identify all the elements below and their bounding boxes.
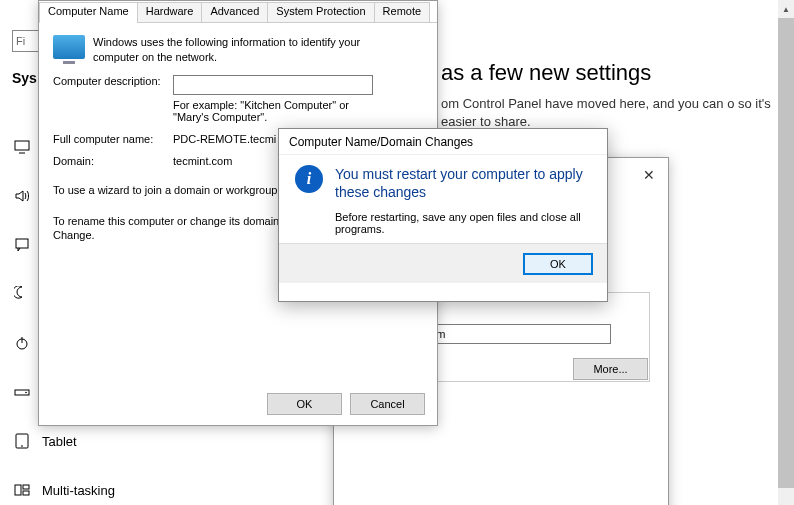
multitask-icon bbox=[14, 482, 30, 498]
sidebar-heading: Sys bbox=[12, 70, 37, 86]
tab-remote[interactable]: Remote bbox=[374, 2, 431, 23]
sysprop-intro: Windows uses the following information t… bbox=[93, 35, 393, 65]
sidebar-item-multitask[interactable]: Multi-tasking bbox=[14, 480, 115, 500]
svg-rect-5 bbox=[15, 390, 29, 395]
tab-computer-name[interactable]: Computer Name bbox=[39, 2, 138, 23]
tablet-icon bbox=[14, 433, 30, 449]
sidebar-item-power[interactable] bbox=[14, 333, 30, 353]
computer-description-input[interactable] bbox=[173, 75, 373, 95]
domain-label: Domain: bbox=[53, 155, 173, 167]
sidebar-item-focus[interactable] bbox=[14, 284, 30, 304]
page-heading: as a few new settings bbox=[441, 60, 651, 86]
fullname-label: Full computer name: bbox=[53, 133, 173, 145]
storage-icon bbox=[14, 384, 30, 400]
display-icon bbox=[14, 139, 30, 155]
power-icon bbox=[14, 335, 30, 351]
restart-required-dialog: Computer Name/Domain Changes i You must … bbox=[278, 128, 608, 302]
sound-icon bbox=[14, 188, 30, 204]
sidebar-item-label: Multi-tasking bbox=[42, 483, 115, 498]
tab-hardware[interactable]: Hardware bbox=[137, 2, 203, 23]
svg-rect-9 bbox=[15, 485, 21, 495]
svg-rect-11 bbox=[23, 491, 29, 495]
svg-point-6 bbox=[25, 392, 27, 394]
sysprop-cancel-button[interactable]: Cancel bbox=[350, 393, 425, 415]
find-setting-input[interactable]: Fi bbox=[12, 30, 40, 52]
vertical-scrollbar[interactable]: ▲ bbox=[778, 0, 794, 505]
close-icon[interactable]: ✕ bbox=[636, 164, 662, 186]
modal-title: Computer Name/Domain Changes bbox=[279, 129, 607, 155]
sidebar-item-label: Tablet bbox=[42, 434, 77, 449]
modal-message: Before restarting, save any open files a… bbox=[335, 211, 591, 235]
scroll-thumb[interactable] bbox=[778, 18, 794, 488]
svg-rect-0 bbox=[15, 141, 29, 150]
scroll-up-button[interactable]: ▲ bbox=[778, 0, 794, 18]
sysprop-tabs: Computer Name Hardware Advanced System P… bbox=[39, 1, 437, 23]
desc-label: Computer description: bbox=[53, 75, 173, 95]
sidebar-item-display[interactable] bbox=[14, 137, 30, 157]
sidebar-item-notifications[interactable] bbox=[14, 235, 30, 255]
notifications-icon bbox=[14, 237, 30, 253]
desc-hint: For example: "Kitchen Computer" or "Mary… bbox=[173, 99, 383, 123]
info-icon: i bbox=[295, 165, 323, 193]
modal-heading: You must restart your computer to apply … bbox=[335, 165, 591, 201]
page-description: om Control Panel have moved here, and yo… bbox=[441, 95, 781, 131]
svg-rect-10 bbox=[23, 485, 29, 489]
sidebar-item-sound[interactable] bbox=[14, 186, 30, 206]
sysprop-ok-button[interactable]: OK bbox=[267, 393, 342, 415]
sidebar-item-storage[interactable] bbox=[14, 382, 30, 402]
tab-advanced[interactable]: Advanced bbox=[201, 2, 268, 23]
sidebar-item-tablet[interactable]: Tablet bbox=[14, 431, 77, 451]
focus-icon bbox=[14, 286, 30, 302]
tab-system-protection[interactable]: System Protection bbox=[267, 2, 374, 23]
computer-icon bbox=[53, 35, 85, 59]
modal-ok-button[interactable]: OK bbox=[523, 253, 593, 275]
svg-rect-2 bbox=[16, 239, 28, 248]
